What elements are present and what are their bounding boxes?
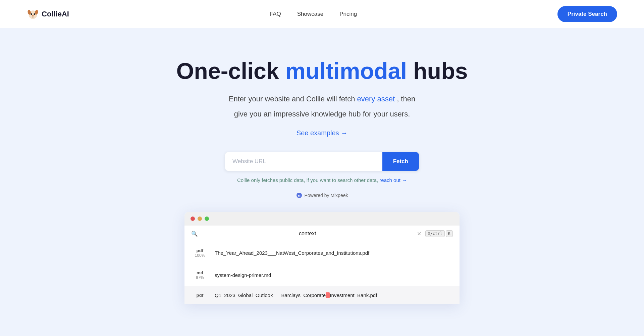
- url-input-area: Fetch: [13, 152, 631, 171]
- demo-result-type-2: pdf: [197, 293, 204, 298]
- demo-titlebar: [184, 212, 460, 226]
- demo-result-type-1: md: [197, 270, 203, 275]
- demo-result-item[interactable]: pdf 100% The_Year_Ahead_2023___NatWest_C…: [184, 242, 460, 264]
- hero-subtitle-line2: give you an impressive knowledge hub for…: [13, 108, 631, 120]
- nav-links: FAQ Showcase Pricing: [270, 11, 357, 17]
- demo-result-filename-2: Q1_2023_Global_Outlook___Barclays_Corpor…: [215, 292, 377, 298]
- demo-search-bar: 🔍 context ✕ ⌘/ctrl K: [184, 226, 460, 242]
- demo-results: pdf 100% The_Year_Ahead_2023___NatWest_C…: [184, 242, 460, 304]
- fetch-button[interactable]: Fetch: [382, 152, 419, 171]
- demo-result-percent-0: 100%: [195, 253, 205, 258]
- hero-subtitle-part2: , then: [395, 95, 415, 103]
- see-examples-link[interactable]: See examples →: [297, 129, 347, 137]
- logo[interactable]: CollieAI: [27, 8, 69, 20]
- website-url-input[interactable]: [225, 152, 382, 171]
- demo-result-filename-1: system-design-primer.md: [215, 272, 271, 278]
- svg-text:M: M: [298, 194, 301, 197]
- private-search-button[interactable]: Private Search: [557, 6, 617, 22]
- mixpeek-icon: M: [296, 192, 302, 198]
- hero-subtitle-line1: Enter your website and Collie will fetch…: [13, 93, 631, 105]
- collie-note-text: Collie only fetches public data, if you …: [237, 177, 378, 183]
- highlight-span: _: [326, 292, 330, 298]
- demo-result-badge-1: md 97%: [191, 270, 209, 280]
- shortcut-key-2: K: [446, 230, 453, 237]
- nav-link-faq[interactable]: FAQ: [270, 11, 281, 17]
- hero-title-part2: hubs: [407, 58, 468, 84]
- svg-point-3: [31, 13, 32, 15]
- demo-search-icon: 🔍: [191, 231, 198, 237]
- navbar: CollieAI FAQ Showcase Pricing Private Se…: [0, 0, 644, 28]
- hero-subtitle-highlight: every asset: [357, 95, 395, 103]
- demo-result-percent-1: 97%: [196, 275, 204, 280]
- reach-out-link[interactable]: reach out →: [379, 177, 407, 183]
- svg-point-5: [32, 15, 34, 16]
- url-input-wrapper: Fetch: [225, 152, 419, 171]
- demo-result-item-1[interactable]: md 97% system-design-primer.md: [184, 264, 460, 286]
- traffic-light-green: [205, 217, 209, 221]
- demo-result-badge-0: pdf 100%: [191, 248, 209, 258]
- hero-title-highlight: multimodal: [285, 58, 407, 84]
- demo-search-query: context: [202, 231, 413, 237]
- nav-link-showcase[interactable]: Showcase: [297, 11, 323, 17]
- nav-link-pricing[interactable]: Pricing: [339, 11, 357, 17]
- traffic-light-yellow: [198, 217, 202, 221]
- powered-by: M Powered by Mixpeek: [13, 192, 631, 198]
- shortcut-key-1: ⌘/ctrl: [425, 230, 444, 237]
- hero-title-part1: One-click: [176, 58, 285, 84]
- hero-section: One-click multimodal hubs Enter your web…: [0, 28, 644, 336]
- demo-search-shortcut: ⌘/ctrl K: [425, 230, 453, 237]
- powered-by-text: Powered by Mixpeek: [305, 193, 348, 198]
- logo-text: CollieAI: [42, 10, 69, 18]
- demo-result-type-0: pdf: [197, 248, 204, 253]
- hero-subtitle-part1: Enter your website and Collie will fetch: [229, 95, 357, 103]
- demo-result-badge-2: pdf: [191, 293, 209, 298]
- demo-result-item-2[interactable]: pdf Q1_2023_Global_Outlook___Barclays_Co…: [184, 286, 460, 304]
- logo-icon: [27, 8, 39, 20]
- demo-result-filename-0: The_Year_Ahead_2023___NatWest_Corporates…: [215, 250, 369, 256]
- demo-window: 🔍 context ✕ ⌘/ctrl K pdf 100% The_Year_A…: [184, 212, 460, 304]
- demo-search-clear-icon[interactable]: ✕: [417, 231, 421, 237]
- collie-note: Collie only fetches public data, if you …: [13, 177, 631, 183]
- hero-title: One-click multimodal hubs: [13, 58, 631, 84]
- svg-point-4: [34, 13, 35, 15]
- traffic-light-red: [191, 217, 195, 221]
